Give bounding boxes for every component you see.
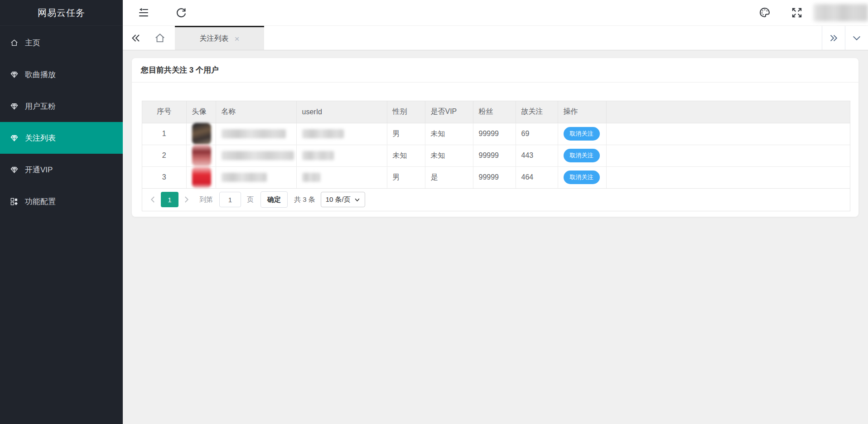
col-index: 序号 bbox=[142, 101, 186, 123]
refresh-icon[interactable] bbox=[175, 7, 187, 19]
gem-icon bbox=[10, 70, 19, 79]
cell-avatar bbox=[186, 123, 216, 145]
confirm-page-button[interactable]: 确定 bbox=[260, 191, 288, 208]
fullscreen-icon[interactable] bbox=[791, 7, 803, 19]
cell-vip: 是 bbox=[425, 166, 473, 188]
cell-empty bbox=[606, 166, 850, 188]
table-row: 3 男 是 99999 464 取消关注 bbox=[142, 166, 850, 188]
col-gender: 性别 bbox=[387, 101, 425, 123]
cell-empty bbox=[606, 123, 850, 145]
cell-fans: 99999 bbox=[473, 123, 516, 145]
unfollow-button[interactable]: 取消关注 bbox=[564, 171, 600, 184]
page-unit-label: 页 bbox=[247, 195, 254, 204]
theme-palette-icon[interactable] bbox=[758, 6, 771, 19]
name-redacted bbox=[222, 151, 294, 160]
cell-vip: 未知 bbox=[425, 145, 473, 166]
card-title: 您目前共关注 3 个用户 bbox=[132, 58, 858, 83]
topbar-right bbox=[758, 4, 868, 21]
userid-redacted bbox=[302, 173, 320, 182]
grid-icon bbox=[10, 197, 19, 206]
cell-avatar bbox=[186, 166, 216, 188]
cell-vip: 未知 bbox=[425, 123, 473, 145]
tabbar: 关注列表 × bbox=[123, 26, 868, 50]
page-number-input[interactable] bbox=[219, 192, 241, 207]
cell-follows: 464 bbox=[516, 166, 558, 188]
fold-sidebar-icon[interactable] bbox=[138, 7, 149, 19]
main-area: 关注列表 × 您目前共关注 3 个用户 bbox=[123, 0, 868, 424]
cell-userid bbox=[296, 166, 387, 188]
sidebar-item-home[interactable]: 主页 bbox=[0, 27, 123, 58]
cell-avatar bbox=[186, 145, 216, 166]
total-count-label: 共 3 条 bbox=[294, 195, 315, 204]
gem-icon bbox=[10, 134, 19, 142]
sidebar-item-mutual-follow[interactable]: 用户互粉 bbox=[0, 90, 123, 122]
page-size-select[interactable]: 10 条/页 bbox=[321, 192, 365, 207]
tab-label: 关注列表 bbox=[199, 34, 228, 44]
table-row: 1 男 未知 99999 69 取消关注 bbox=[142, 123, 850, 145]
sidebar-item-label: 关注列表 bbox=[25, 133, 56, 143]
tab-follow-list[interactable]: 关注列表 × bbox=[175, 26, 264, 50]
cell-name bbox=[216, 166, 296, 188]
name-redacted bbox=[222, 173, 267, 182]
avatar-redacted bbox=[192, 166, 211, 188]
cell-name bbox=[216, 123, 296, 145]
tabs-menu-chevron-down-icon[interactable] bbox=[845, 26, 868, 50]
unfollow-button[interactable]: 取消关注 bbox=[564, 127, 600, 141]
cell-follows: 69 bbox=[516, 123, 558, 145]
userid-redacted bbox=[302, 129, 344, 138]
gem-icon bbox=[10, 102, 19, 111]
sidebar-item-label: 开通VIP bbox=[25, 165, 53, 175]
userid-redacted bbox=[302, 151, 334, 160]
sidebar-menu: 主页 歌曲播放 用户互粉 bbox=[0, 26, 123, 217]
name-redacted bbox=[222, 129, 286, 138]
cell-gender: 未知 bbox=[387, 145, 425, 166]
col-vip: 是否VIP bbox=[425, 101, 473, 123]
sidebar-item-song-play[interactable]: 歌曲播放 bbox=[0, 58, 123, 90]
sidebar-item-label: 用户互粉 bbox=[25, 101, 56, 112]
sidebar-item-label: 歌曲播放 bbox=[25, 69, 56, 80]
col-empty bbox=[606, 101, 850, 123]
avatar-redacted bbox=[192, 123, 211, 145]
cell-action: 取消关注 bbox=[558, 166, 606, 188]
col-userid: userId bbox=[296, 101, 387, 123]
cell-index: 3 bbox=[142, 166, 186, 188]
sidebar-item-label: 主页 bbox=[25, 38, 40, 48]
tab-close-icon[interactable]: × bbox=[234, 34, 239, 43]
col-fans: 粉丝 bbox=[473, 101, 516, 123]
page-size-value: 10 条/页 bbox=[326, 195, 351, 204]
tab-home-icon[interactable] bbox=[154, 32, 166, 44]
prev-page-icon[interactable] bbox=[149, 195, 157, 204]
col-follows: 故关注 bbox=[516, 101, 558, 123]
cell-action: 取消关注 bbox=[558, 145, 606, 166]
tabs-scroll-right-icon[interactable] bbox=[822, 26, 845, 50]
pagination: 1 到第 页 确定 共 3 条 10 条/页 bbox=[142, 189, 850, 211]
follow-list-card: 您目前共关注 3 个用户 序号 头像 名称 bbox=[132, 58, 858, 217]
follow-table: 序号 头像 名称 userId 性别 是否VIP 粉丝 故关注 操作 bbox=[142, 101, 850, 189]
cell-userid bbox=[296, 145, 387, 166]
sidebar-item-label: 功能配置 bbox=[25, 196, 56, 207]
sidebar-item-open-vip[interactable]: 开通VIP bbox=[0, 154, 123, 185]
cell-gender: 男 bbox=[387, 166, 425, 188]
sidebar-item-feature-config[interactable]: 功能配置 bbox=[0, 185, 123, 217]
sidebar-item-follow-list[interactable]: 关注列表 bbox=[0, 122, 123, 154]
goto-page-label: 到第 bbox=[199, 195, 213, 204]
page-number-button[interactable]: 1 bbox=[161, 192, 178, 207]
topbar bbox=[123, 0, 868, 26]
col-avatar: 头像 bbox=[186, 101, 216, 123]
table-header-row: 序号 头像 名称 userId 性别 是否VIP 粉丝 故关注 操作 bbox=[142, 101, 850, 123]
cell-fans: 99999 bbox=[473, 166, 516, 188]
app-title: 网易云任务 bbox=[0, 0, 123, 26]
tabs-scroll-left-icon[interactable] bbox=[130, 33, 141, 44]
follow-table-wrapper: 序号 头像 名称 userId 性别 是否VIP 粉丝 故关注 操作 bbox=[142, 101, 850, 211]
gem-icon bbox=[10, 166, 19, 174]
sidebar: 网易云任务 主页 歌曲播放 bbox=[0, 0, 123, 424]
cell-fans: 99999 bbox=[473, 145, 516, 166]
next-page-icon[interactable] bbox=[182, 195, 190, 204]
cell-gender: 男 bbox=[387, 123, 425, 145]
cell-index: 2 bbox=[142, 145, 186, 166]
home-icon bbox=[10, 39, 19, 47]
cell-name bbox=[216, 145, 296, 166]
tabbar-controls bbox=[822, 26, 868, 50]
unfollow-button[interactable]: 取消关注 bbox=[564, 149, 600, 162]
user-menu-redacted[interactable] bbox=[814, 4, 868, 21]
